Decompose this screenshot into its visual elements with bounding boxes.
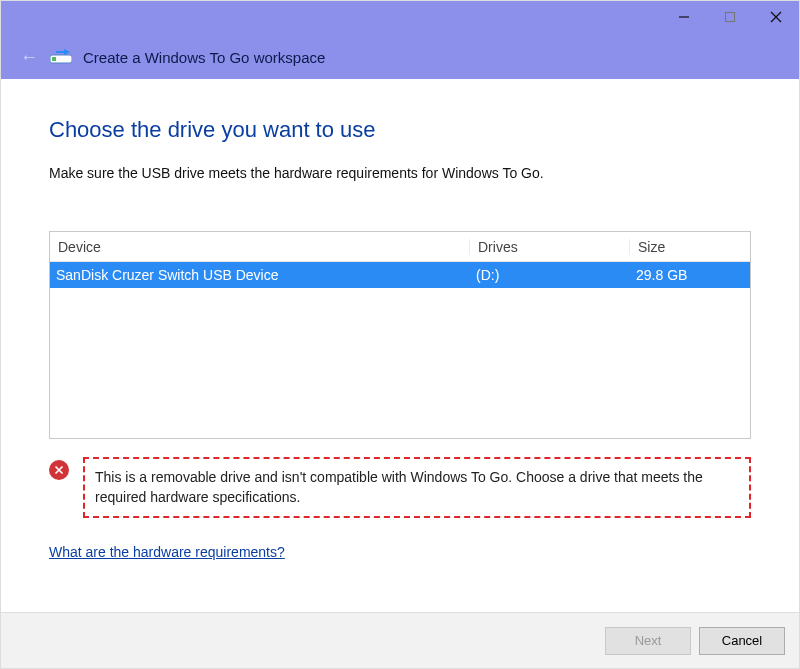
table-header: Device Drives Size (50, 232, 750, 262)
svg-rect-5 (52, 57, 56, 61)
page-subtext: Make sure the USB drive meets the hardwa… (49, 165, 751, 181)
svg-rect-1 (726, 13, 735, 22)
drive-table: Device Drives Size SanDisk Cruzer Switch… (49, 231, 751, 439)
window-title: Create a Windows To Go workspace (83, 49, 325, 66)
error-icon (49, 460, 69, 480)
col-header-drives[interactable]: Drives (470, 239, 630, 255)
titlebar-content: ← Create a Windows To Go workspace (1, 45, 325, 69)
error-message: This is a removable drive and isn't comp… (83, 457, 751, 518)
app-icon (49, 45, 73, 69)
col-header-size[interactable]: Size (630, 239, 750, 255)
wizard-content: Choose the drive you want to use Make su… (1, 79, 799, 612)
maximize-button[interactable] (707, 1, 753, 33)
cell-drives: (D:) (470, 267, 630, 283)
window-controls (661, 1, 799, 33)
titlebar: ← Create a Windows To Go workspace (1, 1, 799, 79)
page-heading: Choose the drive you want to use (49, 117, 751, 143)
table-row[interactable]: SanDisk Cruzer Switch USB Device (D:) 29… (50, 262, 750, 288)
error-row: This is a removable drive and isn't comp… (49, 457, 751, 518)
close-button[interactable] (753, 1, 799, 33)
cell-size: 29.8 GB (630, 267, 750, 283)
minimize-button[interactable] (661, 1, 707, 33)
col-header-device[interactable]: Device (50, 239, 470, 255)
help-link[interactable]: What are the hardware requirements? (49, 544, 751, 560)
cancel-button[interactable]: Cancel (699, 627, 785, 655)
wizard-footer: Next Cancel (1, 612, 799, 668)
back-arrow-icon[interactable]: ← (19, 47, 39, 68)
cell-device: SanDisk Cruzer Switch USB Device (50, 267, 470, 283)
wizard-window: ← Create a Windows To Go workspace Choos… (0, 0, 800, 669)
next-button: Next (605, 627, 691, 655)
